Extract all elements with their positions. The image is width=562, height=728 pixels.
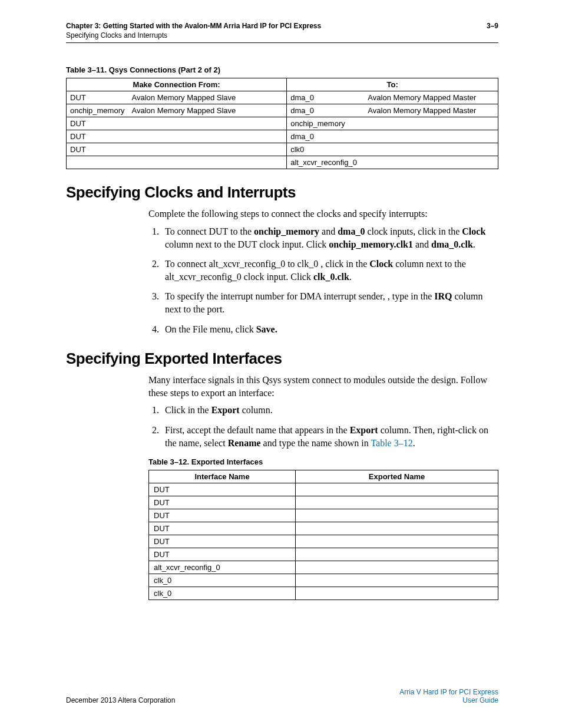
table-cell	[128, 143, 287, 156]
table-cell: DUT	[149, 522, 296, 535]
table-cell	[364, 156, 498, 169]
intro-clocks: Complete the following steps to connect …	[148, 207, 498, 220]
table-cell: Avalon Memory Mapped Master	[364, 104, 498, 117]
table-cell: DUT	[67, 117, 128, 130]
step-4: On the File menu, click Save.	[161, 323, 498, 336]
page-header: Chapter 3: Getting Started with the Aval…	[66, 21, 498, 40]
table-row: DUTAvalon Memory Mapped Slavedma_0Avalon…	[67, 91, 498, 104]
table-3-12: Interface Name Exported Name DUTDUTDUTDU…	[148, 470, 498, 600]
heading-specifying-exported: Specifying Exported Interfaces	[66, 350, 498, 368]
table-cell: clk_0	[149, 587, 296, 600]
table-cell: DUT	[149, 483, 296, 496]
table-cell: alt_xcvr_reconfig_0	[287, 156, 365, 169]
table-cell	[128, 117, 287, 130]
table-cell: DUT	[67, 91, 128, 104]
table-cell	[296, 496, 498, 509]
table-cell	[296, 587, 498, 600]
th-make-connection-from: Make Connection From:	[67, 78, 287, 91]
table-cell	[364, 130, 498, 143]
th-to: To:	[287, 78, 498, 91]
table-cell: DUT	[67, 143, 128, 156]
table-cell	[296, 574, 498, 587]
header-chapter: Chapter 3: Getting Started with the Aval…	[66, 21, 321, 31]
table-cell	[296, 483, 498, 496]
footer-right-1: Arria V Hard IP for PCI Express	[399, 688, 498, 696]
table-cell: clk0	[287, 143, 365, 156]
footer-left: December 2013 Altera Corporation	[66, 696, 175, 704]
table-row: alt_xcvr_reconfig_0	[149, 561, 498, 574]
table-row: DUT	[149, 522, 498, 535]
table-cell	[296, 535, 498, 548]
table-row: clk_0	[149, 574, 498, 587]
table-cell: Avalon Memory Mapped Master	[364, 91, 498, 104]
table-cell	[296, 522, 498, 535]
table-cell: dma_0	[287, 130, 365, 143]
table-3-12-caption: Table 3–12. Exported Interfaces	[148, 457, 498, 466]
table-cell	[128, 156, 287, 169]
link-table-3-12[interactable]: Table 3–12	[371, 438, 412, 448]
step-3: To specify the interrupt number for DMA …	[161, 290, 498, 315]
table-cell: DUT	[149, 548, 296, 561]
th-interface-name: Interface Name	[149, 470, 296, 483]
table-cell: DUT	[67, 130, 128, 143]
step-2: To connect alt_xcvr_reconfig_0 to clk_0 …	[161, 258, 498, 283]
table-row: DUTonchip_memory	[67, 117, 498, 130]
table-row: DUT	[149, 535, 498, 548]
table-cell	[296, 548, 498, 561]
table-cell: onchip_memory	[67, 104, 128, 117]
table-cell: Avalon Memory Mapped Slave	[128, 91, 287, 104]
table-row: DUTdma_0	[67, 130, 498, 143]
table-cell: dma_0	[287, 91, 365, 104]
header-rule	[66, 42, 498, 43]
step-1: To connect DUT to the onchip_memory and …	[161, 225, 498, 251]
table-row: DUTclk0	[67, 143, 498, 156]
header-section: Specifying Clocks and Interrupts	[66, 31, 321, 40]
table-cell: dma_0	[287, 104, 365, 117]
footer-right-2: User Guide	[399, 696, 498, 704]
table-cell: Avalon Memory Mapped Slave	[128, 104, 287, 117]
table-cell: DUT	[149, 509, 296, 522]
table-row: DUT	[149, 509, 498, 522]
table-cell: onchip_memory	[287, 117, 365, 130]
table-3-11: Make Connection From: To: DUTAvalon Memo…	[66, 78, 498, 169]
table-cell	[296, 509, 498, 522]
header-page-number: 3–9	[487, 21, 498, 40]
table-row: alt_xcvr_reconfig_0	[67, 156, 498, 169]
table-row: onchip_memoryAvalon Memory Mapped Slaved…	[67, 104, 498, 117]
th-exported-name: Exported Name	[296, 470, 498, 483]
table-3-11-caption: Table 3–11. Qsys Connections (Part 2 of …	[66, 65, 498, 74]
page-footer: December 2013 Altera Corporation Arria V…	[66, 688, 498, 704]
table-cell	[296, 561, 498, 574]
table-cell: clk_0	[149, 574, 296, 587]
table-cell	[364, 117, 498, 130]
table-row: DUT	[149, 548, 498, 561]
table-row: DUT	[149, 496, 498, 509]
table-row: DUT	[149, 483, 498, 496]
intro-exported: Many interface signals in this Qsys syst…	[148, 374, 498, 399]
export-step-1: Click in the Export column.	[161, 404, 498, 417]
table-cell	[67, 156, 128, 169]
table-cell	[364, 143, 498, 156]
table-cell: DUT	[149, 496, 296, 509]
table-cell: DUT	[149, 535, 296, 548]
export-step-2: First, accept the default name that appe…	[161, 424, 498, 449]
heading-specifying-clocks: Specifying Clocks and Interrupts	[66, 183, 498, 202]
table-cell: alt_xcvr_reconfig_0	[149, 561, 296, 574]
table-row: clk_0	[149, 587, 498, 600]
table-cell	[128, 130, 287, 143]
